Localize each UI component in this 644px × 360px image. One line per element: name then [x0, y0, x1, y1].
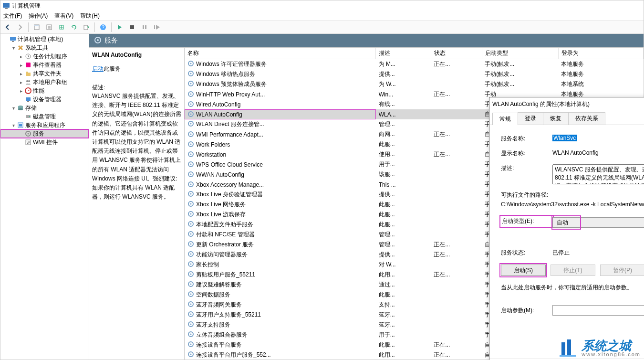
gear-icon: [187, 261, 194, 267]
tree-item-label: 本地用户和组: [33, 78, 67, 86]
watermark-icon: [559, 339, 578, 358]
tree-expander-icon[interactable]: ▾: [10, 106, 17, 111]
perf-icon: [24, 87, 32, 95]
share-icon: [24, 70, 32, 77]
event-icon: [24, 61, 32, 69]
back-button[interactable]: [2, 22, 13, 32]
tree-item-label: 性能: [33, 87, 44, 95]
tree-expander-icon[interactable]: ▸: [18, 88, 24, 94]
export-list-button[interactable]: [81, 22, 92, 32]
svg-rect-17: [12, 41, 14, 42]
tree-expander-icon[interactable]: ▸: [18, 71, 24, 76]
computer-icon: [9, 35, 17, 43]
up-button[interactable]: [31, 22, 42, 32]
start-link[interactable]: 启动: [92, 65, 104, 72]
export-button[interactable]: [56, 22, 67, 32]
help-button[interactable]: ?: [98, 22, 108, 32]
gear-icon: [187, 231, 194, 237]
gear-icon: [187, 80, 194, 87]
svg-text:?: ?: [102, 25, 104, 30]
tree-item[interactable]: ▸性能: [0, 86, 89, 95]
tab-logon[interactable]: 登录: [518, 112, 543, 125]
disk-icon: [24, 113, 32, 120]
column-header[interactable]: 登录为: [558, 48, 643, 59]
svg-point-23: [28, 80, 30, 82]
tab-recovery[interactable]: 恢复: [543, 112, 569, 125]
tab-dependencies[interactable]: 依存关系: [568, 112, 605, 125]
svg-point-62: [190, 164, 192, 165]
startup-type-label: 启动类型(E):: [502, 217, 551, 225]
svg-rect-102: [567, 339, 571, 355]
table-row[interactable]: Windows 预览体验成员服务为 W...手动(触发...本地系统: [185, 79, 644, 89]
column-header[interactable]: 描述: [376, 48, 431, 59]
gear-icon: [187, 131, 194, 138]
tree-item[interactable]: 设备管理器: [0, 95, 89, 104]
tree-expander-icon[interactable]: ▸: [18, 80, 24, 85]
column-header[interactable]: 状态: [431, 48, 482, 59]
tree-item[interactable]: ▾存储: [0, 104, 89, 112]
restart-button[interactable]: [152, 22, 162, 32]
left-info-pane: WLAN AutoConfig 启动此服务 描述: WLANSVC 服务提供配置…: [89, 48, 185, 360]
svg-point-96: [190, 334, 192, 335]
gear-icon: [187, 251, 194, 257]
svg-point-94: [190, 324, 192, 325]
svg-point-60: [190, 154, 192, 155]
forward-button[interactable]: [15, 22, 25, 32]
tree-expander-icon[interactable]: ▸: [18, 63, 24, 68]
table-row[interactable]: Windows 许可证管理器服务为 M...正在...手动(触发...本地服务: [185, 59, 644, 70]
tree-item[interactable]: 计算机管理 (本地): [0, 35, 89, 43]
selected-service-name: WLAN AutoConfig: [92, 52, 181, 58]
gear-icon: [187, 321, 194, 328]
table-row[interactable]: Windows 移动热点服务提供...手动(触发...本地服务: [185, 69, 644, 79]
watermark-url: www.xitong86.com: [582, 352, 641, 357]
users-icon: [24, 78, 32, 86]
menu-help[interactable]: 帮助(H): [80, 12, 100, 20]
svg-point-92: [190, 314, 192, 315]
services-header-label: 服务: [104, 36, 118, 45]
storage-icon: [17, 104, 24, 112]
service-status-value: 已停止: [552, 249, 644, 257]
menu-file[interactable]: 文件(F): [3, 12, 22, 20]
column-header[interactable]: 名称: [185, 48, 376, 59]
props-button[interactable]: [44, 22, 54, 32]
nav-tree[interactable]: 计算机管理 (本地)▾系统工具▸任务计划程序▸事件查看器▸共享文件夹▸本地用户和…: [0, 34, 89, 360]
svg-rect-19: [26, 63, 31, 67]
properties-dialog: WLAN AutoConfig 的属性(本地计算机) ✕ 常规 登录 恢复 依存…: [489, 97, 644, 360]
tree-item[interactable]: ▾系统工具: [0, 43, 89, 52]
tree-item[interactable]: ▸事件查看器: [0, 61, 89, 69]
desc-textarea[interactable]: WLANSVC 服务提供配置、发现、连接、断开与 IEEE 802.11 标准定…: [552, 164, 644, 184]
control-buttons: 启动(S) 停止(T) 暂停(P) 恢复(R): [501, 265, 644, 276]
startup-type-select[interactable]: 自动: [552, 217, 644, 228]
display-name-label: 显示名称:: [501, 149, 552, 158]
pause-button[interactable]: [139, 22, 150, 32]
tab-general[interactable]: 常规: [492, 113, 518, 125]
play-button[interactable]: [114, 22, 125, 32]
refresh-button[interactable]: [69, 22, 79, 32]
gear-icon: [187, 171, 194, 178]
tree-item[interactable]: ▸共享文件夹: [0, 69, 89, 78]
menu-view[interactable]: 查看(V): [54, 12, 73, 20]
svg-rect-20: [26, 73, 31, 76]
start-button[interactable]: 启动(S): [501, 265, 546, 276]
tree-item[interactable]: WWMI 控件: [0, 138, 89, 147]
exe-path-value: C:\Windows\system32\svchost.exe -k Local…: [501, 201, 644, 208]
svg-rect-101: [561, 342, 565, 355]
tree-item[interactable]: ▸本地用户和组: [0, 78, 89, 86]
tree-item[interactable]: ▾服务和应用程序: [0, 121, 89, 129]
main-area: 服务 WLAN AutoConfig 启动此服务 描述: WLANSVC 服务提…: [89, 34, 644, 360]
tree-expander-icon[interactable]: ▸: [18, 54, 24, 59]
svg-point-54: [190, 123, 192, 125]
tree-expander-icon[interactable]: ▾: [10, 123, 17, 128]
tree-expander-icon[interactable]: ▾: [10, 45, 17, 51]
app-icon: [2, 2, 10, 10]
tree-item[interactable]: 服务: [0, 129, 89, 138]
service-name-value: WlanSvc: [552, 135, 577, 141]
menu-action[interactable]: 操作(A): [29, 12, 48, 20]
stop-button[interactable]: [127, 22, 137, 32]
start-params-input[interactable]: [552, 305, 644, 316]
svg-rect-21: [26, 72, 28, 73]
gear-icon: [187, 291, 194, 297]
tree-item[interactable]: 磁盘管理: [0, 112, 89, 121]
column-header[interactable]: 启动类型: [482, 48, 558, 59]
tree-item[interactable]: ▸任务计划程序: [0, 52, 89, 61]
